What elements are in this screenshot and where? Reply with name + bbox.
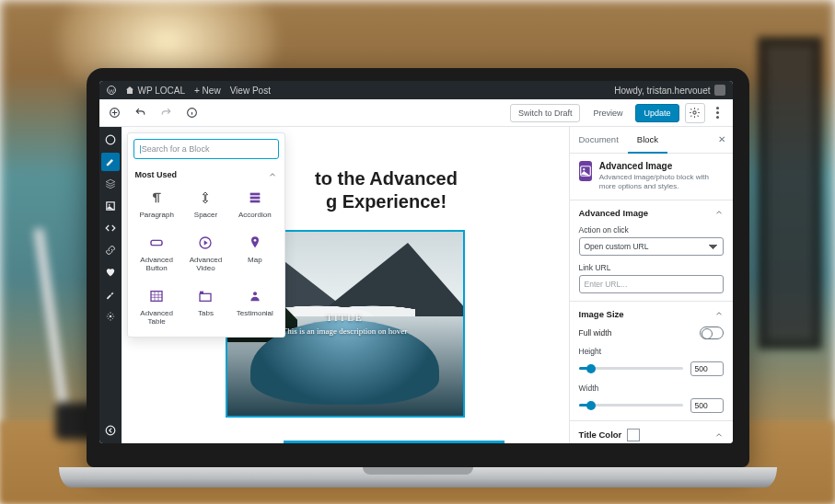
height-slider[interactable] [579, 367, 683, 370]
update-button[interactable]: Update [635, 104, 678, 122]
action-on-click-select[interactable]: Open custom URL [579, 237, 724, 256]
testimonial-icon [246, 287, 264, 305]
info-button[interactable] [184, 105, 201, 121]
block-option-map[interactable]: Map [231, 228, 278, 278]
link-url-label: Link URL [579, 263, 724, 272]
rail-settings-icon[interactable] [101, 307, 120, 326]
chevron-up-icon [714, 208, 724, 217]
block-option-paragraph[interactable]: Paragraph [133, 183, 180, 224]
svg-rect-11 [249, 200, 260, 203]
svg-rect-17 [200, 293, 211, 301]
howdy-user[interactable]: Howdy, tristan.hervouet [614, 85, 725, 96]
image-overlay-desc: This is an image description on hover [283, 326, 407, 336]
block-option-video[interactable]: Advanced Video [182, 228, 229, 278]
chevron-up-icon [714, 430, 724, 440]
svg-rect-10 [249, 197, 260, 200]
block-option-button[interactable]: Advanced Button [133, 228, 180, 278]
block-search-input[interactable]: |Search for a Block [133, 139, 279, 159]
site-link[interactable]: WP LOCAL [125, 86, 186, 96]
current-color-chip [627, 429, 640, 441]
block-group-header[interactable]: Most Used [133, 166, 279, 183]
add-block-button[interactable] [107, 105, 123, 121]
svg-point-7 [109, 315, 110, 317]
link-url-input[interactable] [579, 275, 724, 293]
tab-block[interactable]: Block [628, 127, 667, 154]
svg-rect-16 [151, 292, 162, 302]
button-icon [147, 234, 166, 252]
svg-point-21 [583, 168, 585, 170]
video-icon [196, 234, 215, 252]
paragraph-icon [147, 189, 166, 207]
svg-point-19 [253, 292, 257, 295]
rail-dashboard-icon[interactable] [101, 131, 120, 149]
advanced-image-icon [579, 161, 592, 181]
spacer-icon [196, 189, 215, 207]
svg-rect-9 [249, 193, 260, 196]
wp-admin-bar: WP LOCAL + New View Post Howdy, tristan.… [99, 81, 733, 99]
settings-gear-button[interactable] [685, 103, 705, 123]
settings-sidebar: Document Block ✕ Advanced ImageAdvanced … [569, 127, 733, 443]
width-slider[interactable] [579, 404, 683, 407]
block-card: Advanced ImageAdvanced image/photo block… [579, 161, 724, 192]
image-overlay-title: TITLE [326, 312, 364, 323]
avatar [714, 85, 725, 96]
close-sidebar-button[interactable]: ✕ [711, 127, 733, 153]
rail-collapse-icon[interactable] [101, 421, 120, 440]
map-icon [246, 234, 264, 252]
block-option-table[interactable]: Advanced Table [133, 281, 180, 331]
block-option-tabs[interactable]: Tabs [182, 281, 229, 331]
editor-canvas[interactable]: to the Advancedg Experience! TITLE This … [122, 127, 569, 443]
accordion-icon [246, 189, 264, 207]
full-width-toggle[interactable] [700, 326, 724, 339]
svg-point-6 [108, 204, 110, 206]
undo-button[interactable] [133, 105, 149, 121]
full-width-label: Full width [579, 328, 612, 338]
height-label: Height [579, 347, 724, 356]
tabs-icon [196, 287, 215, 305]
panel-advanced-image[interactable]: Advanced Image [579, 208, 724, 218]
post-title[interactable]: to the Advancedg Experience! [315, 167, 458, 213]
svg-rect-13 [151, 240, 162, 245]
rail-wrench-icon[interactable] [101, 285, 120, 304]
svg-point-3 [693, 111, 696, 114]
height-value-input[interactable]: 500 [690, 361, 724, 376]
block-inserter-popover: |Search for a Block Most Used ParagraphS… [127, 132, 285, 338]
rail-link-icon[interactable] [101, 241, 120, 259]
rail-image-icon[interactable] [101, 197, 120, 215]
block-option-spacer[interactable]: Spacer [182, 183, 229, 224]
redo-button[interactable] [158, 105, 175, 121]
rail-heart-icon[interactable] [101, 263, 120, 281]
more-menu-button[interactable] [711, 107, 725, 119]
panel-image-size[interactable]: Image Size [579, 309, 724, 319]
table-icon [147, 287, 166, 305]
panel-title-color[interactable]: Title Color [579, 429, 724, 441]
block-option-accordion[interactable]: Accordion [231, 183, 278, 224]
new-content-link[interactable]: + New [194, 86, 221, 96]
block-option-testimonial[interactable]: Testimonial [231, 281, 278, 331]
preview-button[interactable]: Preview [586, 105, 630, 121]
chevron-up-icon [714, 309, 724, 318]
switch-to-draft-button[interactable]: Switch to Draft [510, 104, 581, 122]
rail-code-icon[interactable] [101, 219, 120, 237]
rail-layers-icon[interactable] [101, 175, 120, 193]
action-on-click-label: Action on click [579, 225, 724, 235]
width-label: Width [579, 384, 724, 393]
rail-edit-icon[interactable] [101, 153, 120, 171]
plugin-rail [99, 127, 122, 443]
width-value-input[interactable]: 500 [690, 398, 724, 413]
block-appender[interactable] [284, 441, 504, 443]
tab-document[interactable]: Document [570, 127, 628, 153]
svg-point-8 [106, 426, 115, 435]
svg-point-15 [253, 239, 256, 242]
wp-logo-icon[interactable] [107, 86, 116, 95]
svg-rect-12 [151, 240, 162, 245]
svg-rect-18 [200, 292, 203, 294]
chevron-up-icon [268, 170, 277, 179]
editor-toolbar: Switch to Draft Preview Update [99, 99, 733, 127]
view-post-link[interactable]: View Post [230, 86, 271, 96]
